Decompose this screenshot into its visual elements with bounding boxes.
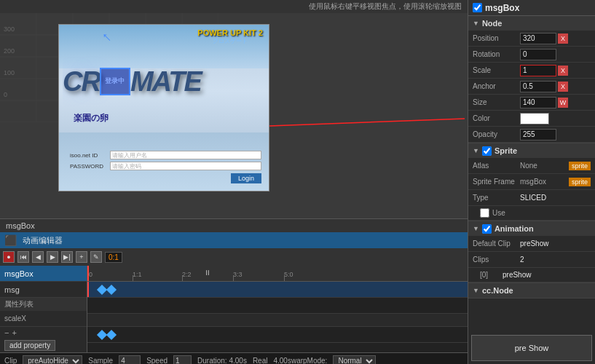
color-value bbox=[520, 113, 591, 124]
record-btn[interactable]: ● bbox=[3, 251, 15, 263]
timeline-keyframes[interactable]: 0 1:1 2:2 3:3 5:0 bbox=[87, 266, 468, 352]
node-section-title: Node bbox=[482, 19, 503, 28]
track-msg[interactable]: msg bbox=[0, 282, 87, 298]
cc-node-arrow-icon: ▼ bbox=[473, 287, 479, 294]
rotation-input[interactable] bbox=[520, 49, 556, 60]
type-label: Type bbox=[473, 194, 520, 202]
position-x-btn[interactable]: X bbox=[558, 33, 568, 44]
add-property-btn[interactable]: add property bbox=[4, 340, 55, 351]
right-panel-title: msgBox bbox=[485, 3, 519, 13]
main-layout: 使用鼠标右键平移视图焦点，使用滚轮缩放视图 bbox=[0, 0, 595, 364]
record-icon: ⬛ bbox=[4, 234, 17, 246]
anchor-label: Anchor bbox=[473, 82, 520, 90]
edit-btn[interactable]: ✎ bbox=[90, 251, 102, 263]
position-row: Position X bbox=[468, 31, 595, 47]
default-clip-label: Default Clip bbox=[473, 240, 520, 248]
scale-x-btn[interactable]: X bbox=[558, 66, 568, 76]
bottom-bar: Clip preAutoHide Sample Speed Duration: … bbox=[0, 352, 468, 364]
rotation-row: Rotation bbox=[468, 47, 595, 63]
type-text: SLICED bbox=[520, 194, 546, 202]
node-section: ▼ Node Position X Rotation Scale bbox=[468, 16, 595, 143]
size-w-input[interactable] bbox=[520, 97, 556, 108]
next-frame-btn[interactable]: ▶| bbox=[61, 251, 73, 263]
atlas-value: None sprite bbox=[520, 162, 591, 170]
scalex-key-2[interactable] bbox=[106, 330, 117, 340]
use-label: Use bbox=[492, 209, 505, 217]
use-row: Use bbox=[468, 206, 595, 221]
node-section-header[interactable]: ▼ Node bbox=[468, 16, 595, 31]
plus-btn[interactable]: + bbox=[12, 328, 16, 337]
size-w-btn[interactable]: W bbox=[558, 98, 568, 108]
speed-input[interactable] bbox=[173, 355, 192, 365]
svg-text:100: 100 bbox=[4, 69, 15, 76]
anim-controls: ● ⏮ ◀ ▶ ▶| + ✎ 0:1 bbox=[0, 248, 468, 266]
atlas-row: Atlas None sprite bbox=[468, 158, 595, 174]
svg-line-36 bbox=[269, 119, 465, 126]
sprite-section: ▼ Sprite Atlas None sprite Sprite Frame … bbox=[468, 143, 595, 221]
default-clip-row: Default Clip preShow bbox=[468, 236, 595, 252]
cc-node-section-header[interactable]: ▼ cc.Node bbox=[468, 283, 595, 298]
animation-section: ▼ Animation Default Clip preShow Clips 2 bbox=[468, 221, 595, 283]
animation-checkbox[interactable] bbox=[482, 224, 492, 234]
keyframe-2[interactable] bbox=[106, 285, 117, 295]
timeline-area: msgBox msg 属性列表 scaleX − + add property bbox=[0, 266, 468, 352]
game-preview: POWER UP KIT 2 クロスゲート CR 登录中 MATE bbox=[58, 24, 269, 191]
opacity-input[interactable] bbox=[520, 129, 556, 141]
real-label: Real bbox=[253, 357, 268, 364]
pre-show-button[interactable]: pre Show bbox=[471, 335, 592, 361]
props-spacer bbox=[87, 314, 468, 327]
sample-input[interactable] bbox=[119, 355, 141, 365]
position-x-input[interactable] bbox=[520, 33, 556, 44]
right-panel: msgBox ▼ Node Position X Rotation bbox=[468, 0, 595, 364]
play-btn[interactable]: ▶ bbox=[47, 251, 58, 263]
login-button[interactable]: Login bbox=[231, 173, 261, 183]
msg-keyframe-row[interactable] bbox=[87, 298, 468, 314]
add-key-btn[interactable]: + bbox=[76, 251, 87, 263]
prev-frame-btn[interactable]: ◀ bbox=[32, 251, 44, 263]
go-start-btn[interactable]: ⏮ bbox=[17, 251, 29, 263]
anchor-x-input[interactable] bbox=[520, 81, 556, 92]
playhead[interactable] bbox=[87, 282, 89, 297]
clip-select[interactable]: preAutoHide bbox=[23, 355, 82, 365]
sprite-section-header[interactable]: ▼ Sprite bbox=[468, 143, 595, 158]
node-arrow-icon: ▼ bbox=[473, 20, 479, 27]
sprite-checkbox[interactable] bbox=[482, 146, 492, 156]
cc-node-section-title: cc.Node bbox=[482, 286, 513, 295]
clip-0-value: preShow bbox=[503, 271, 531, 279]
atlas-label: Atlas bbox=[473, 162, 520, 170]
bottom-section: msgBox ⬛ 动画编辑器 ● ⏮ ◀ ▶ ▶| + ✎ 0:1 bbox=[0, 218, 468, 364]
id-input[interactable]: 请输入用户名 bbox=[110, 151, 261, 159]
rotation-value bbox=[520, 49, 591, 60]
warpmode-select[interactable]: Normal bbox=[333, 355, 376, 365]
track-msgbox[interactable]: msgBox bbox=[0, 266, 87, 282]
sprite-frame-btn[interactable]: sprite bbox=[569, 178, 591, 186]
timeline-ruler: 0 1:1 2:2 3:3 5:0 bbox=[87, 266, 468, 282]
viewport[interactable]: 300 200 100 0 -300 -200 -100 0 100 200 3… bbox=[0, 13, 468, 218]
use-checkbox[interactable] bbox=[480, 208, 489, 218]
minus-btn[interactable]: − bbox=[4, 328, 9, 337]
center-area: 使用鼠标右键平移视图焦点，使用滚轮缩放视图 bbox=[0, 0, 468, 364]
svg-text:0: 0 bbox=[4, 91, 7, 98]
color-row: Color bbox=[468, 111, 595, 127]
password-input[interactable]: 请输入密码 bbox=[110, 162, 261, 170]
msgbox-section-label: msgBox bbox=[0, 219, 468, 232]
sprite-frame-label: Sprite Frame bbox=[473, 178, 520, 186]
id-label: isoo.net ID bbox=[70, 152, 110, 159]
atlas-sprite-btn[interactable]: sprite bbox=[569, 162, 591, 170]
scalex-keyframe-row[interactable] bbox=[87, 327, 468, 343]
anim-editor-header: ⬛ 动画编辑器 bbox=[0, 232, 468, 248]
animation-section-header[interactable]: ▼ Animation bbox=[468, 221, 595, 236]
size-row: Size W bbox=[468, 95, 595, 111]
right-panel-header: msgBox bbox=[468, 0, 595, 16]
clip-0-row: [0] preShow bbox=[468, 268, 595, 282]
msgbox-checkbox[interactable] bbox=[473, 3, 482, 12]
animation-section-title: Animation bbox=[494, 224, 534, 233]
msgbox-keyframe-row[interactable] bbox=[87, 282, 468, 298]
position-value: X bbox=[520, 33, 591, 44]
clips-row: Clips 2 bbox=[468, 252, 595, 268]
color-swatch[interactable] bbox=[520, 113, 549, 124]
anchor-x-btn[interactable]: X bbox=[558, 82, 568, 92]
scale-x-input[interactable] bbox=[520, 65, 556, 76]
game-preview-inner: POWER UP KIT 2 クロスゲート CR 登录中 MATE bbox=[59, 25, 269, 191]
hint-bar: 使用鼠标右键平移视图焦点，使用滚轮缩放视图 bbox=[0, 0, 468, 13]
